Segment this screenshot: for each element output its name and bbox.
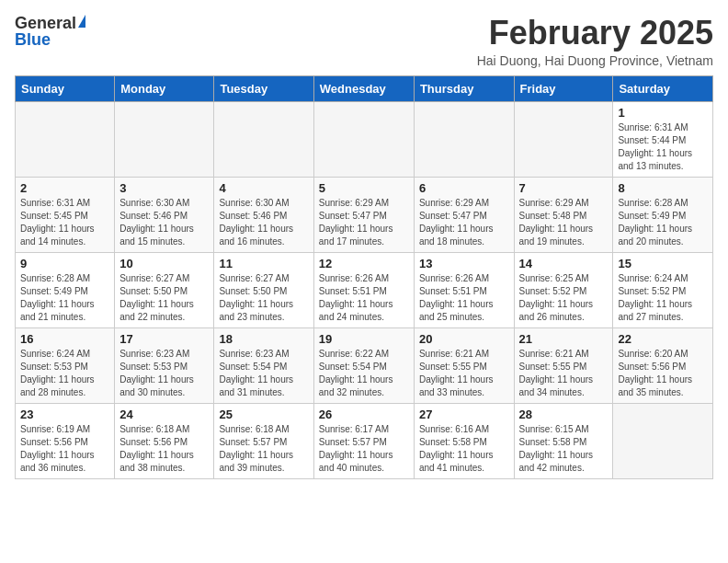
day-detail: Sunrise: 6:29 AM Sunset: 5:47 PM Dayligh… xyxy=(419,197,509,248)
page-header: General Blue February 2025 Hai Duong, Ha… xyxy=(15,15,713,68)
calendar-cell: 26Sunrise: 6:17 AM Sunset: 5:57 PM Dayli… xyxy=(313,403,414,478)
day-number: 22 xyxy=(618,332,708,346)
day-detail: Sunrise: 6:23 AM Sunset: 5:53 PM Dayligh… xyxy=(119,348,209,399)
calendar-cell: 3Sunrise: 6:30 AM Sunset: 5:46 PM Daylig… xyxy=(115,177,214,252)
weekday-header-thursday: Thursday xyxy=(414,75,514,101)
day-number: 10 xyxy=(119,257,209,270)
day-detail: Sunrise: 6:25 AM Sunset: 5:52 PM Dayligh… xyxy=(519,272,609,324)
day-number: 16 xyxy=(20,332,109,346)
weekday-header-saturday: Saturday xyxy=(613,75,713,101)
day-number: 25 xyxy=(219,408,308,421)
day-number: 3 xyxy=(119,181,209,195)
day-detail: Sunrise: 6:26 AM Sunset: 5:51 PM Dayligh… xyxy=(319,272,409,324)
weekday-header-wednesday: Wednesday xyxy=(313,75,414,101)
day-number: 12 xyxy=(319,257,409,270)
calendar-week-row: 1Sunrise: 6:31 AM Sunset: 5:44 PM Daylig… xyxy=(16,101,713,177)
day-detail: Sunrise: 6:17 AM Sunset: 5:57 PM Dayligh… xyxy=(319,423,409,475)
day-detail: Sunrise: 6:29 AM Sunset: 5:48 PM Dayligh… xyxy=(519,197,609,248)
day-number: 13 xyxy=(419,257,509,270)
day-number: 2 xyxy=(20,181,109,195)
day-detail: Sunrise: 6:16 AM Sunset: 5:58 PM Dayligh… xyxy=(419,423,509,475)
day-number: 23 xyxy=(20,408,109,421)
calendar-cell: 4Sunrise: 6:30 AM Sunset: 5:46 PM Daylig… xyxy=(214,177,313,252)
day-number: 5 xyxy=(319,181,409,195)
calendar-cell: 1Sunrise: 6:31 AM Sunset: 5:44 PM Daylig… xyxy=(613,101,713,177)
day-detail: Sunrise: 6:24 AM Sunset: 5:53 PM Dayligh… xyxy=(20,348,109,399)
calendar-cell xyxy=(613,403,713,478)
calendar-cell: 20Sunrise: 6:21 AM Sunset: 5:55 PM Dayli… xyxy=(414,327,514,403)
calendar-cell: 10Sunrise: 6:27 AM Sunset: 5:50 PM Dayli… xyxy=(115,252,214,327)
day-detail: Sunrise: 6:21 AM Sunset: 5:55 PM Dayligh… xyxy=(419,348,509,399)
calendar-cell xyxy=(115,101,214,177)
weekday-header-sunday: Sunday xyxy=(16,75,115,101)
weekday-header-monday: Monday xyxy=(115,75,214,101)
day-detail: Sunrise: 6:19 AM Sunset: 5:56 PM Dayligh… xyxy=(20,423,109,475)
day-detail: Sunrise: 6:21 AM Sunset: 5:55 PM Dayligh… xyxy=(519,348,609,399)
logo-arrow-icon xyxy=(78,15,85,28)
day-number: 28 xyxy=(519,408,609,421)
calendar-cell xyxy=(313,101,414,177)
logo: General Blue xyxy=(15,15,85,48)
calendar-cell: 28Sunrise: 6:15 AM Sunset: 5:58 PM Dayli… xyxy=(514,403,613,478)
calendar-cell xyxy=(414,101,514,177)
day-detail: Sunrise: 6:24 AM Sunset: 5:52 PM Dayligh… xyxy=(618,272,708,324)
logo-blue: Blue xyxy=(15,31,51,48)
calendar-cell: 24Sunrise: 6:18 AM Sunset: 5:56 PM Dayli… xyxy=(115,403,214,478)
weekday-header-friday: Friday xyxy=(514,75,613,101)
calendar-cell xyxy=(16,101,115,177)
calendar-table: SundayMondayTuesdayWednesdayThursdayFrid… xyxy=(15,75,713,479)
day-detail: Sunrise: 6:26 AM Sunset: 5:51 PM Dayligh… xyxy=(419,272,509,324)
calendar-cell: 11Sunrise: 6:27 AM Sunset: 5:50 PM Dayli… xyxy=(214,252,313,327)
day-detail: Sunrise: 6:23 AM Sunset: 5:54 PM Dayligh… xyxy=(219,348,308,399)
day-number: 24 xyxy=(119,408,209,421)
calendar-cell: 8Sunrise: 6:28 AM Sunset: 5:49 PM Daylig… xyxy=(613,177,713,252)
calendar-cell: 18Sunrise: 6:23 AM Sunset: 5:54 PM Dayli… xyxy=(214,327,313,403)
day-number: 7 xyxy=(519,181,609,195)
day-number: 4 xyxy=(219,181,308,195)
day-number: 8 xyxy=(618,181,708,195)
calendar-cell: 5Sunrise: 6:29 AM Sunset: 5:47 PM Daylig… xyxy=(313,177,414,252)
calendar-cell xyxy=(214,101,313,177)
day-number: 26 xyxy=(319,408,409,421)
day-number: 18 xyxy=(219,332,308,346)
calendar-cell: 23Sunrise: 6:19 AM Sunset: 5:56 PM Dayli… xyxy=(16,403,115,478)
day-detail: Sunrise: 6:30 AM Sunset: 5:46 PM Dayligh… xyxy=(219,197,308,248)
calendar-cell: 12Sunrise: 6:26 AM Sunset: 5:51 PM Dayli… xyxy=(313,252,414,327)
calendar-cell: 25Sunrise: 6:18 AM Sunset: 5:57 PM Dayli… xyxy=(214,403,313,478)
calendar-cell: 21Sunrise: 6:21 AM Sunset: 5:55 PM Dayli… xyxy=(514,327,613,403)
calendar-cell: 17Sunrise: 6:23 AM Sunset: 5:53 PM Dayli… xyxy=(115,327,214,403)
day-detail: Sunrise: 6:27 AM Sunset: 5:50 PM Dayligh… xyxy=(219,272,308,324)
calendar-cell: 27Sunrise: 6:16 AM Sunset: 5:58 PM Dayli… xyxy=(414,403,514,478)
day-detail: Sunrise: 6:29 AM Sunset: 5:47 PM Dayligh… xyxy=(319,197,409,248)
calendar-week-row: 23Sunrise: 6:19 AM Sunset: 5:56 PM Dayli… xyxy=(16,403,713,478)
day-detail: Sunrise: 6:31 AM Sunset: 5:45 PM Dayligh… xyxy=(20,197,109,248)
day-number: 20 xyxy=(419,332,509,346)
calendar-cell: 6Sunrise: 6:29 AM Sunset: 5:47 PM Daylig… xyxy=(414,177,514,252)
month-year-title: February 2025 xyxy=(477,15,713,52)
day-detail: Sunrise: 6:20 AM Sunset: 5:56 PM Dayligh… xyxy=(618,348,708,399)
day-number: 9 xyxy=(20,257,109,270)
day-number: 21 xyxy=(519,332,609,346)
calendar-cell: 15Sunrise: 6:24 AM Sunset: 5:52 PM Dayli… xyxy=(613,252,713,327)
day-number: 1 xyxy=(618,106,708,120)
day-detail: Sunrise: 6:31 AM Sunset: 5:44 PM Dayligh… xyxy=(618,121,708,173)
day-detail: Sunrise: 6:18 AM Sunset: 5:56 PM Dayligh… xyxy=(119,423,209,475)
day-detail: Sunrise: 6:28 AM Sunset: 5:49 PM Dayligh… xyxy=(20,272,109,324)
day-detail: Sunrise: 6:27 AM Sunset: 5:50 PM Dayligh… xyxy=(119,272,209,324)
location-subtitle: Hai Duong, Hai Duong Province, Vietnam xyxy=(477,53,713,68)
day-number: 19 xyxy=(319,332,409,346)
day-number: 17 xyxy=(119,332,209,346)
weekday-header-tuesday: Tuesday xyxy=(214,75,313,101)
weekday-header-row: SundayMondayTuesdayWednesdayThursdayFrid… xyxy=(16,75,713,101)
calendar-week-row: 16Sunrise: 6:24 AM Sunset: 5:53 PM Dayli… xyxy=(16,327,713,403)
calendar-cell: 2Sunrise: 6:31 AM Sunset: 5:45 PM Daylig… xyxy=(16,177,115,252)
calendar-cell: 19Sunrise: 6:22 AM Sunset: 5:54 PM Dayli… xyxy=(313,327,414,403)
title-area: February 2025 Hai Duong, Hai Duong Provi… xyxy=(477,15,713,68)
day-number: 6 xyxy=(419,181,509,195)
logo-general: General xyxy=(15,15,76,31)
calendar-cell: 9Sunrise: 6:28 AM Sunset: 5:49 PM Daylig… xyxy=(16,252,115,327)
day-detail: Sunrise: 6:30 AM Sunset: 5:46 PM Dayligh… xyxy=(119,197,209,248)
calendar-cell: 22Sunrise: 6:20 AM Sunset: 5:56 PM Dayli… xyxy=(613,327,713,403)
calendar-cell: 14Sunrise: 6:25 AM Sunset: 5:52 PM Dayli… xyxy=(514,252,613,327)
day-number: 27 xyxy=(419,408,509,421)
